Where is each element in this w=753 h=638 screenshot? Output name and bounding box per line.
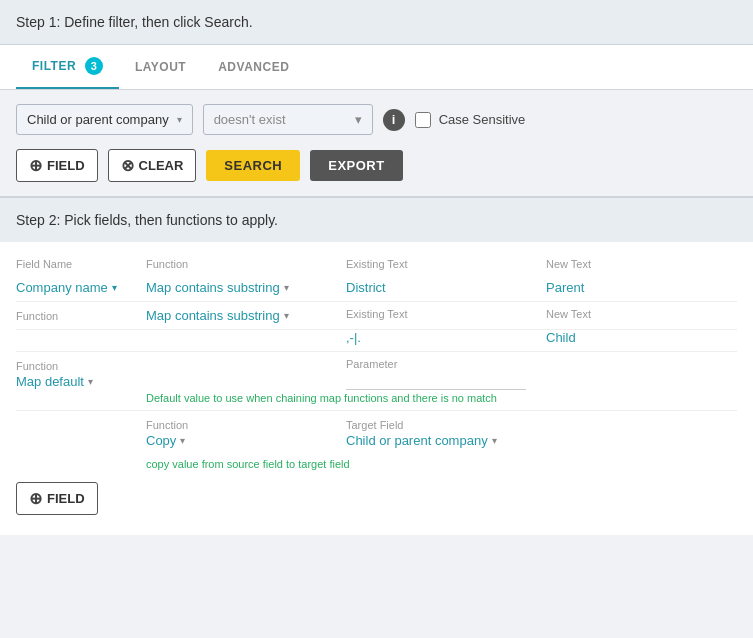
function-cell-2[interactable]: Map contains substring ▾ <box>146 308 346 323</box>
empty-field-cell: Function <box>16 308 146 323</box>
copy-function-label: Function <box>146 419 346 431</box>
table-row: ,-|. Child <box>16 330 737 352</box>
step2-title: Step 2: Pick fields, then functions to a… <box>16 212 278 228</box>
step1-title: Step 1: Define filter, then click Search… <box>16 14 253 30</box>
export-button[interactable]: EXPORT <box>310 150 402 181</box>
target-field-label: Target Field <box>346 419 546 431</box>
search-button[interactable]: SEARCH <box>206 150 300 181</box>
clear-button-label: CLEAR <box>139 158 184 173</box>
step1-header: Step 1: Define filter, then click Search… <box>0 0 753 45</box>
function-chevron-icon-2: ▾ <box>284 310 289 321</box>
copy-function-cell: Function Copy ▾ <box>146 419 346 448</box>
step2-add-field-button[interactable]: ⊕ FIELD <box>16 482 98 515</box>
tab-advanced-label: ADVANCED <box>218 60 289 74</box>
existing-text-2: ,-|. <box>346 330 546 345</box>
case-sensitive-checkbox[interactable] <box>415 112 431 128</box>
step2-plus-circle-icon: ⊕ <box>29 489 42 508</box>
action-buttons-row: ⊕ FIELD ⊗ CLEAR SEARCH EXPORT <box>0 149 753 196</box>
col-field-name: Field Name <box>16 258 146 270</box>
field-button-label: FIELD <box>47 158 85 173</box>
tab-layout-label: LAYOUT <box>135 60 186 74</box>
map-default-hint: Default value to use when chaining map f… <box>146 390 737 404</box>
filter-badge: 3 <box>85 57 103 75</box>
clear-button[interactable]: ⊗ CLEAR <box>108 149 197 182</box>
tab-advanced[interactable]: ADVANCED <box>202 48 305 86</box>
filter-row: Child or parent company ▾ doesn't exist … <box>0 90 753 149</box>
col-function: Function <box>146 258 346 270</box>
x-circle-icon: ⊗ <box>121 156 134 175</box>
step2-body: Field Name Function Existing Text New Te… <box>0 242 753 535</box>
copy-hint: copy value from source field to target f… <box>146 456 737 470</box>
col-new-text: New Text <box>546 258 737 270</box>
field-dropdown-value: Child or parent company <box>27 112 169 127</box>
function-label-3: Function <box>16 360 146 372</box>
new-text-2: Child <box>546 330 737 345</box>
table-row: Company name ▾ Map contains substring ▾ … <box>16 274 737 302</box>
map-default-row: Function Map default ▾ Parameter Default… <box>16 352 737 411</box>
param-cell: Parameter <box>346 358 737 390</box>
tabs-container: FILTER 3 LAYOUT ADVANCED <box>0 45 753 90</box>
param-input[interactable] <box>346 370 526 390</box>
case-sensitive-label: Case Sensitive <box>439 112 526 127</box>
target-field-cell: Target Field Child or parent company ▾ <box>346 419 546 448</box>
param-label: Parameter <box>346 358 737 370</box>
copy-function-text: Copy <box>146 433 176 448</box>
map-default-grid: Function Map default ▾ Parameter <box>16 358 737 390</box>
column-headers: Field Name Function Existing Text New Te… <box>16 258 737 274</box>
map-default-function[interactable]: Map default ▾ <box>16 374 146 389</box>
info-icon[interactable]: i <box>383 109 405 131</box>
copy-row: Function Copy ▾ Target Field Child or pa… <box>16 411 737 456</box>
step2-field-button-label: FIELD <box>47 491 85 506</box>
new-text-1: Parent <box>546 280 737 295</box>
add-field-button[interactable]: ⊕ FIELD <box>16 149 98 182</box>
case-sensitive-row: Case Sensitive <box>415 112 526 128</box>
condition-dropdown-chevron: ▾ <box>355 112 362 127</box>
function-label-2: Function <box>16 310 58 322</box>
col-existing-text: Existing Text <box>346 258 546 270</box>
field-name-chevron-icon: ▾ <box>112 282 117 293</box>
target-field-value: Child or parent company <box>346 433 488 448</box>
table-row: Function Map contains substring ▾ Existi… <box>16 302 737 330</box>
tab-filter-label: FILTER <box>32 59 76 73</box>
field-name-value: Company name <box>16 280 108 295</box>
field-dropdown-chevron: ▾ <box>177 114 182 125</box>
existing-text-1: District <box>346 280 546 295</box>
export-button-label: EXPORT <box>328 158 384 173</box>
function-value-2: Map contains substring <box>146 308 280 323</box>
copy-section: Function Copy ▾ Target Field Child or pa… <box>16 411 737 470</box>
target-field-dropdown[interactable]: Child or parent company ▾ <box>346 433 546 448</box>
step2-header: Step 2: Pick fields, then functions to a… <box>0 197 753 242</box>
function-label-cell: Function Map default ▾ <box>16 360 146 389</box>
existing-text-label-2: Existing Text <box>346 308 546 320</box>
plus-circle-icon: ⊕ <box>29 156 42 175</box>
function-chevron-icon-1: ▾ <box>284 282 289 293</box>
search-button-label: SEARCH <box>224 158 282 173</box>
map-default-function-text: Map default <box>16 374 84 389</box>
field-dropdown[interactable]: Child or parent company ▾ <box>16 104 193 135</box>
new-text-label-2: New Text <box>546 308 737 320</box>
copy-function[interactable]: Copy ▾ <box>146 433 346 448</box>
function-cell-1[interactable]: Map contains substring ▾ <box>146 280 346 295</box>
condition-dropdown[interactable]: doesn't exist ▾ <box>203 104 373 135</box>
condition-dropdown-value: doesn't exist <box>214 112 286 127</box>
field-name-cell[interactable]: Company name ▾ <box>16 280 146 295</box>
function-value-1: Map contains substring <box>146 280 280 295</box>
copy-chevron-icon: ▾ <box>180 435 185 446</box>
add-field-row: ⊕ FIELD <box>16 470 737 519</box>
tab-layout[interactable]: LAYOUT <box>119 48 202 86</box>
target-field-chevron-icon: ▾ <box>492 435 497 446</box>
tab-filter[interactable]: FILTER 3 <box>16 45 119 89</box>
map-default-chevron-icon: ▾ <box>88 376 93 387</box>
